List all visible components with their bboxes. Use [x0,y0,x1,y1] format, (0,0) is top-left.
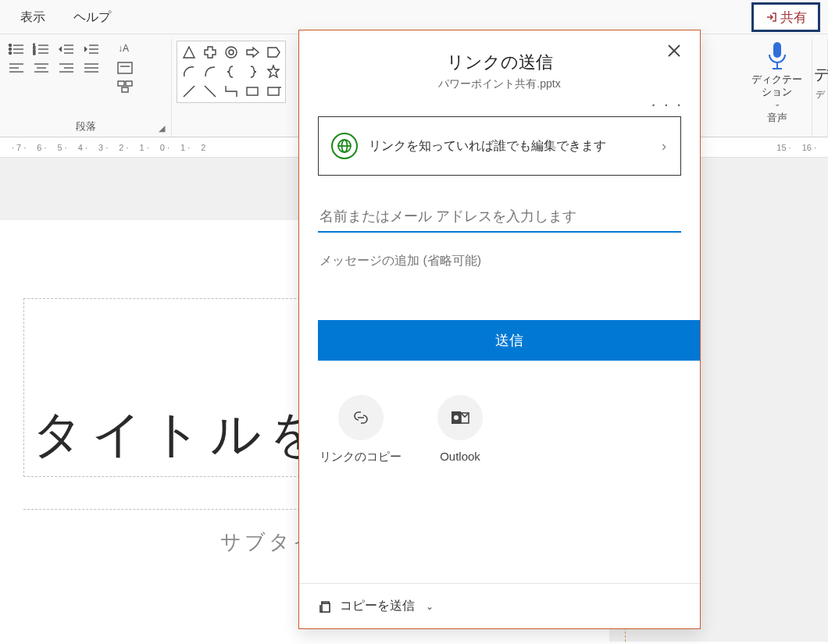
svg-rect-35 [122,87,128,92]
share-dialog: リンクの送信 パワーポイント共有.pptx · · · リンクを知っていれば誰で… [298,30,701,629]
shape-line2-icon[interactable] [200,81,221,101]
align-text-button[interactable] [113,59,137,76]
shape-more-icon[interactable] [262,81,284,101]
svg-point-37 [229,50,234,55]
increase-indent-button[interactable] [80,41,103,58]
send-button[interactable]: 送信 [318,320,700,361]
svg-point-2 [9,48,12,51]
svg-rect-34 [126,81,132,86]
shapes-gallery[interactable] [177,41,286,103]
shape-elbow-icon[interactable] [221,81,242,101]
chevron-down-icon: ⌄ [774,99,780,108]
decrease-indent-button[interactable] [55,41,78,58]
text-direction-button[interactable]: ↓A [113,41,137,58]
shape-donut-icon[interactable] [221,43,242,62]
tab-help[interactable]: ヘルプ [59,0,125,34]
copy-icon [318,600,332,614]
tab-view[interactable]: 表示 [6,0,59,34]
outlook-option[interactable]: Outlook [437,395,483,464]
recipient-input[interactable] [318,202,681,233]
shape-arc-icon[interactable] [179,62,200,82]
dialog-filename: パワーポイント共有.pptx [315,77,684,91]
paragraph-group: 123 ↓A 段落 ◢ [0,39,172,137]
voice-group-label: 音声 [751,108,802,126]
partial-group: デ デ [812,39,828,137]
voice-group: ディクテー ション ⌄ 音声 [742,39,812,137]
share-icon [765,11,777,23]
link-scope-selector[interactable]: リンクを知っていれば誰でも編集できます › [318,116,681,176]
dialog-title: リンクの送信 [315,51,684,74]
chevron-right-icon: › [662,138,666,155]
svg-rect-33 [118,81,124,86]
paragraph-dialog-launcher-icon[interactable]: ◢ [159,123,165,133]
align-left-button[interactable] [5,59,28,76]
paragraph-group-label: 段落 [76,120,96,132]
bullets-button[interactable] [5,41,28,58]
svg-rect-31 [118,62,132,73]
numbering-button[interactable]: 123 [30,41,53,58]
align-right-button[interactable] [55,59,78,76]
microphone-icon [765,41,790,72]
message-input[interactable] [318,251,681,275]
svg-point-52 [454,415,459,420]
copy-link-option[interactable]: リンクのコピー [319,395,402,464]
svg-text:3: 3 [33,51,36,55]
svg-point-36 [226,47,237,58]
svg-rect-41 [268,87,279,95]
link-icon [338,395,384,440]
shape-triangle-icon[interactable] [179,43,200,62]
globe-icon [331,133,358,159]
shape-connector-icon[interactable] [200,62,221,82]
close-icon [667,44,681,58]
dictation-button[interactable]: ディクテー ション ⌄ [751,41,802,108]
share-options: リンクのコピー Outlook [319,395,700,464]
convert-smartart-button[interactable] [113,78,137,95]
svg-point-0 [9,44,12,47]
shape-star-icon[interactable] [262,62,284,82]
shape-brace-left-icon[interactable] [221,62,242,82]
svg-rect-54 [322,603,330,612]
svg-line-38 [184,86,195,97]
share-button[interactable]: 共有 [751,2,820,32]
send-copy-button[interactable]: コピーを送信 ⌄ [299,583,700,628]
align-justify-button[interactable] [80,59,103,76]
svg-rect-40 [247,87,258,95]
shape-arrow-right-icon[interactable] [241,43,262,62]
shape-plus-icon[interactable] [200,43,221,62]
shape-pentagon-icon[interactable] [262,43,284,62]
shapes-group [172,39,297,137]
outlook-icon [437,395,483,440]
chevron-down-icon: ⌄ [426,601,434,612]
shape-brace-right-icon[interactable] [241,62,262,82]
svg-text:↓A: ↓A [118,43,129,54]
shape-line-icon[interactable] [179,81,200,101]
align-center-button[interactable] [30,59,53,76]
svg-rect-43 [773,42,781,58]
close-button[interactable] [662,41,686,63]
svg-line-39 [205,86,216,97]
svg-point-4 [9,52,12,55]
more-options-button[interactable]: · · · [651,94,683,115]
shape-rect-icon[interactable] [241,81,262,101]
